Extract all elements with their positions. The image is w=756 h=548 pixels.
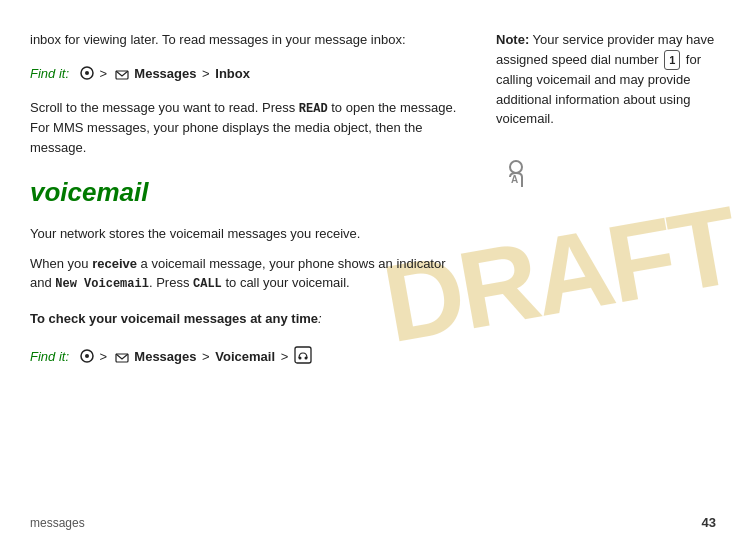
hand-icon-container: A: [496, 157, 716, 206]
find-it-1-messages: Messages: [134, 66, 200, 81]
read-keyword: READ: [299, 102, 328, 116]
hand-finger-icon: A: [496, 157, 536, 206]
find-it-2-messages: Messages: [134, 349, 200, 364]
new-voicemail-label: New Voicemail: [55, 277, 149, 291]
sep-1: >: [99, 66, 110, 81]
voicemail-heading: voicemail: [30, 177, 466, 208]
left-column: inbox for viewing later. To read message…: [30, 30, 466, 518]
svg-point-4: [85, 354, 89, 358]
svg-text:A: A: [511, 174, 518, 185]
footer-page-number: 43: [702, 515, 716, 530]
svg-point-1: [85, 71, 89, 75]
to-check-label: To check your voicemail messages at any …: [30, 309, 466, 329]
svg-point-9: [510, 161, 522, 173]
footer-section-label: messages: [30, 516, 85, 530]
right-column: Note: Your service provider may have ass…: [496, 30, 716, 518]
messages-envelope-icon-2: [115, 347, 129, 368]
sep-3: >: [99, 349, 110, 364]
content-area: inbox for viewing later. To read message…: [30, 30, 716, 518]
find-it-1-label: Find it:: [30, 66, 69, 81]
note-label: Note:: [496, 32, 529, 47]
nav-joystick-icon-1: [80, 66, 94, 87]
messages-envelope-icon-1: [115, 64, 129, 85]
page-number: 43: [702, 515, 716, 530]
find-it-2: Find it: > Messages >: [30, 345, 466, 370]
page-container: DRAFT inbox for viewing later. To read m…: [0, 0, 756, 548]
nav-joystick-icon-2: [80, 349, 94, 370]
call-keyword: CALL: [193, 277, 222, 291]
page-footer: messages 43: [0, 515, 756, 530]
find-it-1: Find it: > Messages: [30, 64, 466, 85]
to-check-text: To check your voicemail messages at any …: [30, 311, 318, 326]
find-it-1-inbox: Inbox: [215, 66, 250, 81]
intro-text: inbox for viewing later. To read message…: [30, 30, 466, 50]
svg-point-8: [304, 356, 307, 359]
find-it-2-voicemail: Voicemail: [215, 349, 275, 364]
svg-point-7: [298, 356, 301, 359]
voicemail-icon: [294, 346, 312, 371]
sep-4: >: [202, 349, 213, 364]
note-text: Note: Your service provider may have ass…: [496, 30, 716, 129]
svg-rect-6: [295, 347, 311, 363]
voicemail-para2: When you receive a voicemail message, yo…: [30, 254, 466, 294]
speed-dial-key: 1: [664, 50, 680, 70]
voicemail-para1: Your network stores the voicemail messag…: [30, 224, 466, 244]
scroll-text: Scroll to the message you want to read. …: [30, 98, 466, 157]
receive-bold: receive: [92, 256, 137, 271]
sep-2: >: [202, 66, 213, 81]
sep-5: >: [281, 349, 292, 364]
find-it-2-label: Find it:: [30, 349, 69, 364]
